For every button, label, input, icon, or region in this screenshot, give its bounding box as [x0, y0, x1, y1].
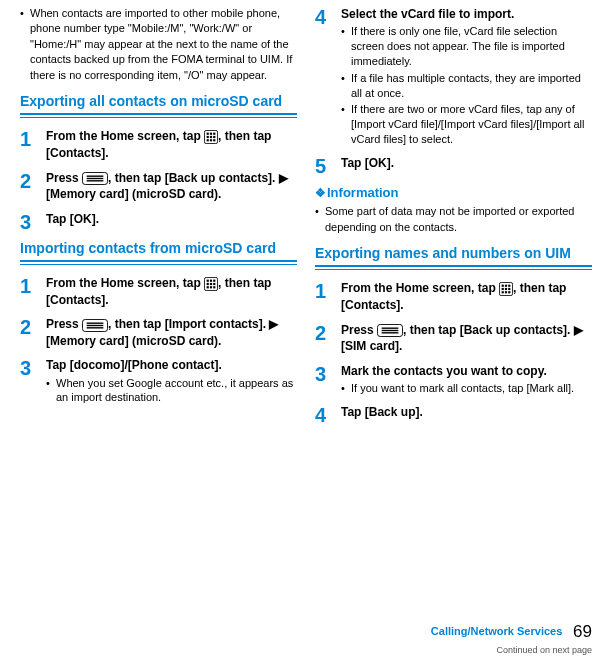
step-3: 3 Mark the contacts you want to copy. • … [315, 363, 592, 396]
step-text: Press , then tap [Back up contacts]. ▶ [… [46, 170, 297, 203]
step-1: 1 From the Home screen, tap , then tap [… [20, 128, 297, 161]
step-text: Select the vCard file to import. [341, 6, 592, 22]
step-text: Mark the contacts you want to copy. [341, 363, 592, 379]
step-3: 3 Tap [docomo]/[Phone contact]. • When y… [20, 357, 297, 405]
step-text: Tap [Back up]. [341, 404, 592, 420]
menu-icon [82, 317, 108, 333]
section-heading-import-microsd: Importing contacts from microSD card [20, 240, 297, 258]
step-sub-bullet: • If you want to mark all contacts, tap … [341, 381, 592, 396]
grid-icon [204, 276, 218, 292]
information-heading: ❖Information [315, 184, 592, 202]
step-text: From the Home screen, tap , then tap [Co… [341, 280, 592, 313]
step-4: 4 Select the vCard file to import. •If t… [315, 6, 592, 147]
step-1: 1 From the Home screen, tap , then tap [… [315, 280, 592, 313]
menu-icon [82, 170, 108, 186]
section-heading-export-uim: Exporting names and numbers on UIM [315, 245, 592, 263]
grid-icon [499, 281, 513, 297]
section-heading-export-microsd: Exporting all contacts on microSD card [20, 93, 297, 111]
information-note: • Some part of data may not be imported … [315, 204, 592, 235]
step-text: Tap [OK]. [341, 155, 592, 171]
step-text: Tap [docomo]/[Phone contact]. [46, 357, 297, 373]
step-2: 2 Press , then tap [Back up contacts]. ▶… [315, 322, 592, 355]
menu-icon [377, 322, 403, 338]
section-rule [315, 265, 592, 270]
page-footer: Calling/Network Services 69 Continued on… [431, 620, 592, 657]
step-sub-bullet: • When you set Google account etc., it a… [46, 376, 297, 406]
step-text: Press , then tap [Back up contacts]. ▶ [… [341, 322, 592, 355]
step-2: 2 Press , then tap [Import contacts]. ▶ … [20, 316, 297, 349]
step-5: 5 Tap [OK]. [315, 155, 592, 176]
step-text: From the Home screen, tap , then tap [Co… [46, 275, 297, 308]
intro-note: • When contacts are imported to other mo… [20, 6, 297, 83]
step-sub-bullet: •If there are two or more vCard files, t… [341, 102, 592, 147]
page-number: 69 [573, 622, 592, 641]
footer-link[interactable]: Calling/Network Services [431, 625, 562, 637]
step-2: 2 Press , then tap [Back up contacts]. ▶… [20, 170, 297, 203]
step-sub-bullet: •If there is only one file, vCard file s… [341, 24, 592, 69]
step-text: Press , then tap [Import contacts]. ▶ [M… [46, 316, 297, 349]
step-1: 1 From the Home screen, tap , then tap [… [20, 275, 297, 308]
continued-text: Continued on next page [431, 644, 592, 657]
grid-icon [204, 129, 218, 145]
section-rule [20, 113, 297, 118]
left-column: • When contacts are imported to other mo… [20, 6, 297, 606]
step-text: Tap [OK]. [46, 211, 297, 227]
right-column: 4 Select the vCard file to import. •If t… [315, 6, 592, 606]
step-text: From the Home screen, tap , then tap [Co… [46, 128, 297, 161]
section-rule [20, 260, 297, 265]
step-3: 3 Tap [OK]. [20, 211, 297, 232]
step-sub-bullet: •If a file has multiple contacts, they a… [341, 71, 592, 101]
step-4: 4 Tap [Back up]. [315, 404, 592, 425]
